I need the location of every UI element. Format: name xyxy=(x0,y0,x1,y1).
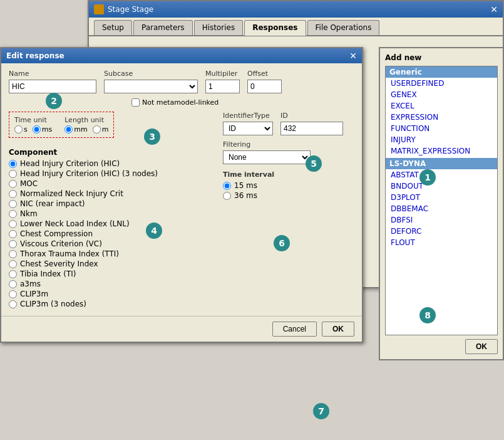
tab-setup[interactable]: Setup xyxy=(94,20,132,35)
component-option-12[interactable]: a3ms xyxy=(9,280,213,288)
list-item-genex[interactable]: GENEX xyxy=(386,89,497,100)
list-item-injury[interactable]: INJURY xyxy=(386,134,497,145)
component-radio-4[interactable] xyxy=(9,200,17,208)
component-option-8[interactable]: Viscous Criterion (VC) xyxy=(9,239,213,248)
subcase-select[interactable] xyxy=(104,80,198,93)
add-new-footer: OK xyxy=(385,339,498,354)
component-option-2[interactable]: MOC xyxy=(9,179,213,188)
multiplier-group: Multipiler xyxy=(205,70,240,93)
tab-file-operations[interactable]: File Operations xyxy=(307,20,380,35)
time-interval-15ms-label: 15 ms xyxy=(234,181,257,190)
component-option-1[interactable]: Head Injury Criterion (HIC) (3 nodes) xyxy=(9,169,213,178)
component-label-6: Lower Neck Load Index (LNL) xyxy=(20,219,130,228)
list-item-bndout[interactable]: BNDOUT xyxy=(386,181,497,192)
component-option-10[interactable]: Chest Severity Index xyxy=(9,259,213,268)
list-item-deforc[interactable]: DEFORC xyxy=(386,226,497,237)
not-metamodel-checkbox[interactable] xyxy=(131,98,140,107)
left-form-area: Time unit s ms Length unit xyxy=(9,112,213,310)
component-radio-13[interactable] xyxy=(9,290,17,298)
name-group: Name xyxy=(9,70,96,93)
component-option-3[interactable]: Normalized Neck Injury Crit xyxy=(9,189,213,198)
list-item-expression[interactable]: EXPRESSION xyxy=(386,112,497,123)
add-new-ok-button[interactable]: OK xyxy=(465,339,498,354)
id-input[interactable] xyxy=(280,122,343,135)
component-option-13[interactable]: CLIP3m xyxy=(9,290,213,298)
length-unit-label: Length unit xyxy=(64,116,108,124)
subcase-group: Subcase xyxy=(104,70,198,93)
time-interval-36ms-radio[interactable] xyxy=(223,192,231,200)
name-label: Name xyxy=(9,70,96,78)
tab-parameters[interactable]: Parameters xyxy=(133,20,193,35)
component-radio-5[interactable] xyxy=(9,210,17,218)
main-window-title: Stage Stage xyxy=(108,5,153,14)
list-item-userdefined[interactable]: USERDEFINED xyxy=(386,78,497,89)
component-radio-14[interactable] xyxy=(9,300,17,308)
length-unit-m-radio[interactable] xyxy=(93,125,101,134)
component-option-6[interactable]: Lower Neck Load Index (LNL) xyxy=(9,219,213,228)
right-form-area: IdentifierType ID ID Filtering None xyxy=(223,112,354,310)
filtering-select[interactable]: None xyxy=(223,150,311,164)
time-interval-15ms-radio[interactable] xyxy=(223,182,231,190)
component-radio-10[interactable] xyxy=(9,260,17,268)
offset-input[interactable] xyxy=(247,80,282,93)
component-label-8: Viscous Criterion (VC) xyxy=(20,239,102,248)
add-new-panel: Add new Generic USERDEFINED GENEX EXCEL … xyxy=(379,47,504,360)
not-metamodel-label: Not metamodel-linked xyxy=(142,98,219,107)
list-item-function[interactable]: FUNCTION xyxy=(386,123,497,134)
component-option-4[interactable]: NIC (rear impact) xyxy=(9,199,213,208)
component-radio-11[interactable] xyxy=(9,270,17,278)
component-label-3: Normalized Neck Injury Crit xyxy=(20,189,123,198)
ok-button[interactable]: OK xyxy=(322,322,354,337)
component-radio-0[interactable] xyxy=(9,160,17,168)
component-option-14[interactable]: CLIP3m (3 nodes) xyxy=(9,300,213,308)
main-close-button[interactable]: ✕ xyxy=(490,4,498,14)
component-radio-1[interactable] xyxy=(9,170,17,178)
component-label-11: Tibia Index (TI) xyxy=(20,270,76,278)
tab-histories[interactable]: Histories xyxy=(194,20,244,35)
tab-responses[interactable]: Responses xyxy=(244,20,306,36)
component-radio-7[interactable] xyxy=(9,230,17,238)
component-radio-2[interactable] xyxy=(9,180,17,188)
component-radio-9[interactable] xyxy=(9,250,17,258)
time-unit-ms-radio[interactable] xyxy=(33,125,41,134)
time-unit-ms-option[interactable]: ms xyxy=(33,125,52,134)
id-label: ID xyxy=(280,112,343,120)
list-item-flout[interactable]: FLOUT xyxy=(386,237,497,248)
list-item-excel[interactable]: EXCEL xyxy=(386,100,497,112)
list-item-d3plot[interactable]: D3PLOT xyxy=(386,192,497,203)
list-item-matrix-expression[interactable]: MATRIX_EXPRESSION xyxy=(386,145,497,157)
time-unit-s-option[interactable]: s xyxy=(14,125,28,134)
component-radio-8[interactable] xyxy=(9,240,17,248)
component-option-7[interactable]: Chest Compression xyxy=(9,229,213,238)
component-option-11[interactable]: Tibia Index (TI) xyxy=(9,270,213,278)
component-radio-6[interactable] xyxy=(9,220,17,228)
component-option-0[interactable]: Head Injury Criterion (HIC) xyxy=(9,159,213,168)
form-row-top: Name Subcase Multipiler Offset xyxy=(9,70,354,93)
length-unit-mm-radio[interactable] xyxy=(64,125,73,134)
time-interval-36ms-label: 36 ms xyxy=(234,191,257,200)
list-item-abstat[interactable]: ABSTAT xyxy=(386,169,497,181)
time-unit-s-radio[interactable] xyxy=(14,125,23,134)
cancel-button[interactable]: Cancel xyxy=(272,322,317,337)
component-label-14: CLIP3m (3 nodes) xyxy=(20,300,86,308)
time-interval-15ms-option[interactable]: 15 ms xyxy=(223,181,354,190)
list-item-dbbemac[interactable]: DBBEMAC xyxy=(386,203,497,214)
name-input[interactable] xyxy=(9,80,96,93)
multiplier-input[interactable] xyxy=(205,80,240,93)
add-new-list: Generic USERDEFINED GENEX EXCEL EXPRESSI… xyxy=(385,66,498,335)
dialog-close-button[interactable]: ✕ xyxy=(349,51,357,61)
component-radio-3[interactable] xyxy=(9,190,17,198)
edit-response-dialog: Edit response ✕ Name Subcase Multipiler … xyxy=(0,47,363,343)
component-radio-12[interactable] xyxy=(9,280,17,288)
component-label-12: a3ms xyxy=(20,280,41,288)
component-option-5[interactable]: Nkm xyxy=(9,209,213,218)
identifier-type-select[interactable]: ID xyxy=(223,122,273,135)
time-interval-36ms-option[interactable]: 36 ms xyxy=(223,191,354,200)
length-unit-mm-option[interactable]: mm xyxy=(64,125,87,134)
offset-group: Offset xyxy=(247,70,282,93)
generic-header: Generic xyxy=(386,66,497,78)
length-unit-m-option[interactable]: m xyxy=(93,125,109,134)
component-option-9[interactable]: Thorax Trauma Index (TTI) xyxy=(9,249,213,258)
list-item-dbfsi[interactable]: DBFSI xyxy=(386,214,497,226)
component-label-7: Chest Compression xyxy=(20,229,93,238)
